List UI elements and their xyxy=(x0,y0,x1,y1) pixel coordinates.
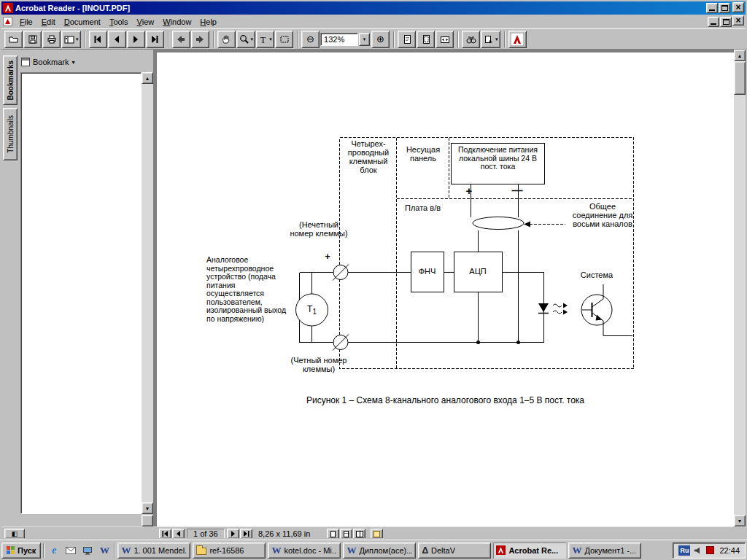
find-button[interactable] xyxy=(462,31,480,48)
text-select-tool-button[interactable]: T▾ xyxy=(256,31,274,48)
last-page-button[interactable] xyxy=(240,529,252,539)
bookmark-header[interactable]: Bookmark ▾ xyxy=(21,56,75,68)
quicklaunch-desktop[interactable] xyxy=(80,543,95,558)
tab-bookmarks[interactable]: Bookmarks xyxy=(3,55,18,105)
envelope-icon xyxy=(66,547,76,554)
actual-size-button[interactable] xyxy=(398,31,416,48)
dropdown-icon: ▾ xyxy=(269,36,272,42)
next-page-button[interactable] xyxy=(127,31,145,48)
print-button[interactable] xyxy=(42,31,61,48)
zoom-out-button[interactable]: ⊖ xyxy=(301,31,320,48)
acrobat-app-icon[interactable] xyxy=(3,3,13,13)
windows-flag-icon xyxy=(7,546,15,554)
language-indicator[interactable]: Ru xyxy=(678,545,690,556)
zoom-in-button[interactable]: ⊕ xyxy=(371,31,390,48)
scroll-up-button[interactable]: ▲ xyxy=(142,72,153,84)
last-page-button[interactable] xyxy=(146,31,164,48)
next-page-button[interactable] xyxy=(227,529,239,539)
menu-window[interactable]: Window xyxy=(158,16,196,28)
graphics-select-tool-button[interactable] xyxy=(275,31,293,48)
system-tray: Ru 22:44 xyxy=(673,542,746,559)
quicklaunch-mail[interactable] xyxy=(63,543,78,558)
facing-pages-button[interactable] xyxy=(353,529,365,539)
pdf-document-icon[interactable] xyxy=(3,17,12,26)
continuous-page-icon xyxy=(344,531,349,537)
restore-button[interactable] xyxy=(719,3,730,13)
page-arrow-icon xyxy=(483,34,495,45)
tab-thumbnails[interactable]: Thumbnails xyxy=(3,108,18,160)
menu-tools[interactable]: Tools xyxy=(105,16,133,28)
adobe-button[interactable] xyxy=(508,31,527,48)
continuous-page-button[interactable] xyxy=(340,529,352,539)
taskbar-button-mendel[interactable]: W1. 001 Mendel... xyxy=(117,542,190,559)
quicklaunch-word[interactable]: W xyxy=(97,543,112,558)
menu-edit[interactable]: Edit xyxy=(37,16,60,28)
taskbar-separator xyxy=(114,543,115,558)
hand-tool-button[interactable] xyxy=(217,31,236,48)
taskbar-button-diplom[interactable]: WДиплом(асе)... xyxy=(343,542,416,559)
restore-icon xyxy=(723,19,729,25)
floppy-icon xyxy=(27,34,39,45)
menu-file[interactable]: File xyxy=(15,16,37,28)
zoom-dropdown-button[interactable]: ▾ xyxy=(359,33,370,46)
minimize-button[interactable] xyxy=(706,3,718,13)
scrollbar-thumb[interactable] xyxy=(734,61,746,95)
fit-width-button[interactable] xyxy=(436,31,454,48)
antivirus-icon[interactable] xyxy=(706,546,714,554)
nav-pane-button[interactable]: ▾ xyxy=(61,31,81,48)
single-page-button[interactable] xyxy=(327,529,339,539)
zoom-tool-button[interactable]: ▾ xyxy=(236,31,256,48)
frame-view-icon xyxy=(374,531,380,537)
first-page-button[interactable] xyxy=(159,529,171,539)
close-button[interactable]: × xyxy=(732,2,744,12)
taskbar-button-kotel[interactable]: Wkotel.doc - Mi... xyxy=(268,542,341,559)
prev-page-button[interactable] xyxy=(172,529,185,539)
quicklaunch-ie[interactable]: e xyxy=(47,543,61,558)
clock[interactable]: 22:44 xyxy=(719,546,740,555)
power-connection-label: Подключение питания локальной шины 24 В … xyxy=(453,146,543,171)
taskbar-button-acrobat[interactable]: Acrobat Re... xyxy=(493,542,566,559)
start-button[interactable]: Пуск xyxy=(1,542,41,559)
document-scrollbar[interactable]: ▲ ▼ xyxy=(734,50,746,526)
carrier-panel-label: Несущая панель xyxy=(398,145,449,163)
mdi-close-button[interactable]: × xyxy=(732,15,744,26)
terminal-even-symbol xyxy=(333,335,349,351)
first-page-icon xyxy=(161,530,170,537)
sidebar-scrollbar[interactable]: ▲ ▼ xyxy=(142,72,153,514)
save-button[interactable] xyxy=(23,31,42,48)
scroll-down-button[interactable]: ▼ xyxy=(142,502,153,514)
next-page-icon xyxy=(228,530,237,537)
mdi-minimize-button[interactable] xyxy=(708,17,719,27)
word-icon: W xyxy=(347,545,356,556)
scroll-up-button[interactable]: ▲ xyxy=(734,50,746,61)
taskbar-button-document1[interactable]: WДокумент1 -... xyxy=(568,542,641,559)
odd-terminal-label: (Нечетный номер клеммы) xyxy=(290,220,348,238)
taskbar-button-ref16586[interactable]: ref-16586 xyxy=(193,542,266,559)
menu-view[interactable]: View xyxy=(133,16,159,28)
go-forward-button[interactable] xyxy=(191,31,209,48)
menu-document[interactable]: Document xyxy=(60,16,105,28)
prev-page-button[interactable] xyxy=(108,31,126,48)
hand-icon xyxy=(220,34,232,45)
volume-icon[interactable] xyxy=(694,547,703,554)
zoom-combobox[interactable]: 132% xyxy=(320,33,358,46)
io-board-label: Плата в/в xyxy=(405,203,456,212)
first-page-button[interactable] xyxy=(89,31,107,48)
go-back-button[interactable] xyxy=(172,31,190,48)
fit-width-icon xyxy=(439,34,451,45)
toolbar-separator xyxy=(213,31,214,47)
bookmark-list[interactable] xyxy=(20,72,142,514)
scroll-down-button[interactable]: ▼ xyxy=(734,515,746,526)
sidebar-resize-grip[interactable] xyxy=(142,515,153,526)
fit-page-button[interactable] xyxy=(417,31,435,48)
menu-help[interactable]: Help xyxy=(196,16,221,28)
mdi-restore-button[interactable] xyxy=(720,17,732,27)
taskbar-button-deltav[interactable]: ΔDeltaV xyxy=(418,542,491,559)
page-indicator[interactable]: 1 of 36 xyxy=(187,529,225,539)
pane-toggle-button[interactable]: ◧ xyxy=(4,529,25,539)
open-button[interactable] xyxy=(4,31,23,48)
taskbar-separator xyxy=(43,543,44,558)
restore-icon xyxy=(721,5,728,11)
more-tools-button[interactable]: ▾ xyxy=(481,31,500,48)
frame-view-button[interactable] xyxy=(371,529,383,539)
